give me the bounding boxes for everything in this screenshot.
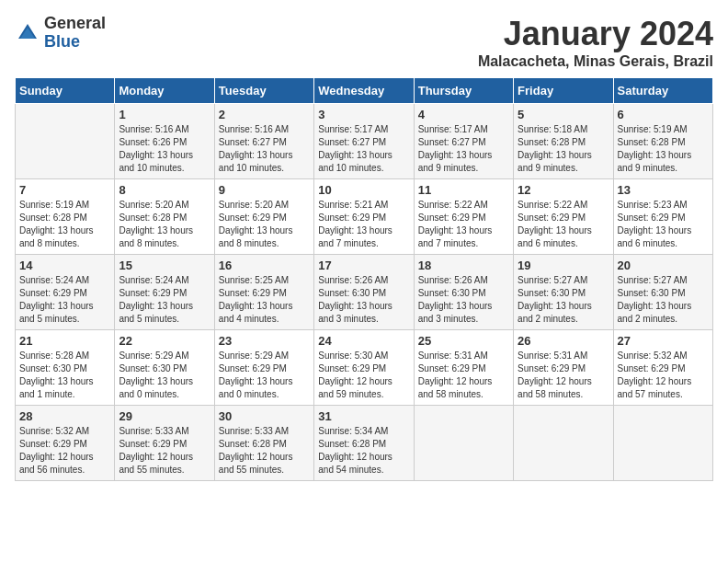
calendar-cell: 15Sunrise: 5:24 AM Sunset: 6:29 PM Dayli… bbox=[115, 255, 214, 330]
day-info: Sunrise: 5:26 AM Sunset: 6:30 PM Dayligh… bbox=[418, 274, 509, 326]
day-info: Sunrise: 5:30 AM Sunset: 6:29 PM Dayligh… bbox=[318, 350, 409, 401]
day-info: Sunrise: 5:24 AM Sunset: 6:29 PM Dayligh… bbox=[119, 274, 210, 326]
month-title: January 2024 bbox=[478, 15, 713, 53]
day-number: 28 bbox=[19, 409, 110, 423]
calendar-cell bbox=[613, 406, 712, 481]
calendar-cell: 23Sunrise: 5:29 AM Sunset: 6:29 PM Dayli… bbox=[214, 330, 313, 406]
day-number: 6 bbox=[618, 108, 709, 121]
header-day-sunday: Sunday bbox=[16, 78, 115, 104]
day-number: 27 bbox=[618, 334, 709, 348]
day-number: 16 bbox=[219, 259, 310, 272]
calendar-cell bbox=[414, 406, 513, 481]
logo-text: General Blue bbox=[44, 15, 106, 52]
day-number: 4 bbox=[418, 108, 509, 121]
day-info: Sunrise: 5:18 AM Sunset: 6:28 PM Dayligh… bbox=[518, 123, 609, 175]
day-info: Sunrise: 5:27 AM Sunset: 6:30 PM Dayligh… bbox=[518, 274, 609, 326]
day-number: 26 bbox=[518, 334, 609, 348]
calendar-cell: 9Sunrise: 5:20 AM Sunset: 6:29 PM Daylig… bbox=[214, 179, 313, 255]
calendar-cell: 16Sunrise: 5:25 AM Sunset: 6:29 PM Dayli… bbox=[214, 255, 313, 330]
day-number: 25 bbox=[418, 334, 509, 348]
day-info: Sunrise: 5:20 AM Sunset: 6:28 PM Dayligh… bbox=[119, 199, 210, 250]
day-info: Sunrise: 5:33 AM Sunset: 6:28 PM Dayligh… bbox=[219, 425, 310, 477]
calendar-table: SundayMondayTuesdayWednesdayThursdayFrid… bbox=[15, 77, 713, 481]
day-info: Sunrise: 5:19 AM Sunset: 6:28 PM Dayligh… bbox=[19, 199, 110, 250]
day-number: 22 bbox=[119, 334, 210, 348]
day-number: 15 bbox=[119, 259, 210, 272]
day-info: Sunrise: 5:29 AM Sunset: 6:30 PM Dayligh… bbox=[119, 350, 210, 401]
day-number: 5 bbox=[518, 108, 609, 121]
calendar-cell: 27Sunrise: 5:32 AM Sunset: 6:29 PM Dayli… bbox=[613, 330, 712, 406]
day-number: 13 bbox=[618, 183, 709, 197]
calendar-cell: 22Sunrise: 5:29 AM Sunset: 6:30 PM Dayli… bbox=[115, 330, 214, 406]
day-number: 7 bbox=[19, 183, 110, 197]
calendar-cell: 4Sunrise: 5:17 AM Sunset: 6:27 PM Daylig… bbox=[414, 104, 513, 179]
logo-blue: Blue bbox=[44, 32, 80, 51]
week-row: 21Sunrise: 5:28 AM Sunset: 6:30 PM Dayli… bbox=[16, 330, 713, 406]
header-row: SundayMondayTuesdayWednesdayThursdayFrid… bbox=[16, 78, 713, 104]
calendar-body: 1Sunrise: 5:16 AM Sunset: 6:26 PM Daylig… bbox=[16, 104, 713, 481]
header-day-friday: Friday bbox=[514, 78, 613, 104]
calendar-cell: 30Sunrise: 5:33 AM Sunset: 6:28 PM Dayli… bbox=[214, 406, 313, 481]
calendar-cell: 8Sunrise: 5:20 AM Sunset: 6:28 PM Daylig… bbox=[115, 179, 214, 255]
day-number: 29 bbox=[119, 409, 210, 423]
calendar-cell: 26Sunrise: 5:31 AM Sunset: 6:29 PM Dayli… bbox=[514, 330, 613, 406]
day-info: Sunrise: 5:29 AM Sunset: 6:29 PM Dayligh… bbox=[219, 350, 310, 401]
day-info: Sunrise: 5:16 AM Sunset: 6:27 PM Dayligh… bbox=[219, 123, 310, 175]
day-info: Sunrise: 5:31 AM Sunset: 6:29 PM Dayligh… bbox=[418, 350, 509, 401]
calendar-cell: 24Sunrise: 5:30 AM Sunset: 6:29 PM Dayli… bbox=[314, 330, 414, 406]
day-number: 1 bbox=[119, 108, 210, 121]
day-number: 30 bbox=[219, 409, 310, 423]
calendar-cell bbox=[514, 406, 613, 481]
day-number: 12 bbox=[518, 183, 609, 197]
logo: General Blue bbox=[15, 15, 106, 52]
week-row: 28Sunrise: 5:32 AM Sunset: 6:29 PM Dayli… bbox=[16, 406, 713, 481]
day-number: 11 bbox=[418, 183, 509, 197]
header-day-tuesday: Tuesday bbox=[214, 78, 313, 104]
subtitle: Malacacheta, Minas Gerais, Brazil bbox=[478, 53, 713, 70]
calendar-cell: 6Sunrise: 5:19 AM Sunset: 6:28 PM Daylig… bbox=[613, 104, 712, 179]
header-day-thursday: Thursday bbox=[414, 78, 513, 104]
calendar-cell: 14Sunrise: 5:24 AM Sunset: 6:29 PM Dayli… bbox=[16, 255, 115, 330]
day-number: 21 bbox=[19, 334, 110, 348]
day-info: Sunrise: 5:26 AM Sunset: 6:30 PM Dayligh… bbox=[318, 274, 409, 326]
week-row: 14Sunrise: 5:24 AM Sunset: 6:29 PM Dayli… bbox=[16, 255, 713, 330]
calendar-cell: 20Sunrise: 5:27 AM Sunset: 6:30 PM Dayli… bbox=[613, 255, 712, 330]
calendar-cell: 2Sunrise: 5:16 AM Sunset: 6:27 PM Daylig… bbox=[214, 104, 313, 179]
day-number: 20 bbox=[618, 259, 709, 272]
calendar-cell: 29Sunrise: 5:33 AM Sunset: 6:29 PM Dayli… bbox=[115, 406, 214, 481]
day-info: Sunrise: 5:17 AM Sunset: 6:27 PM Dayligh… bbox=[418, 123, 509, 175]
week-row: 7Sunrise: 5:19 AM Sunset: 6:28 PM Daylig… bbox=[16, 179, 713, 255]
header-day-monday: Monday bbox=[115, 78, 214, 104]
day-info: Sunrise: 5:23 AM Sunset: 6:29 PM Dayligh… bbox=[618, 199, 709, 250]
calendar-cell: 11Sunrise: 5:22 AM Sunset: 6:29 PM Dayli… bbox=[414, 179, 513, 255]
day-info: Sunrise: 5:20 AM Sunset: 6:29 PM Dayligh… bbox=[219, 199, 310, 250]
day-info: Sunrise: 5:25 AM Sunset: 6:29 PM Dayligh… bbox=[219, 274, 310, 326]
day-info: Sunrise: 5:22 AM Sunset: 6:29 PM Dayligh… bbox=[418, 199, 509, 250]
day-number: 31 bbox=[318, 409, 409, 423]
day-number: 17 bbox=[318, 259, 409, 272]
day-number: 18 bbox=[418, 259, 509, 272]
day-info: Sunrise: 5:28 AM Sunset: 6:30 PM Dayligh… bbox=[19, 350, 110, 401]
day-info: Sunrise: 5:24 AM Sunset: 6:29 PM Dayligh… bbox=[19, 274, 110, 326]
calendar-cell: 1Sunrise: 5:16 AM Sunset: 6:26 PM Daylig… bbox=[115, 104, 214, 179]
header: General Blue January 2024 Malacacheta, M… bbox=[15, 15, 713, 70]
calendar-cell: 31Sunrise: 5:34 AM Sunset: 6:28 PM Dayli… bbox=[314, 406, 414, 481]
logo-icon bbox=[15, 20, 40, 46]
calendar-cell: 25Sunrise: 5:31 AM Sunset: 6:29 PM Dayli… bbox=[414, 330, 513, 406]
logo-general: General bbox=[44, 14, 106, 32]
day-number: 24 bbox=[318, 334, 409, 348]
day-info: Sunrise: 5:27 AM Sunset: 6:30 PM Dayligh… bbox=[618, 274, 709, 326]
day-number: 9 bbox=[219, 183, 310, 197]
day-info: Sunrise: 5:32 AM Sunset: 6:29 PM Dayligh… bbox=[618, 350, 709, 401]
calendar-cell bbox=[16, 104, 115, 179]
day-info: Sunrise: 5:33 AM Sunset: 6:29 PM Dayligh… bbox=[119, 425, 210, 477]
day-info: Sunrise: 5:31 AM Sunset: 6:29 PM Dayligh… bbox=[518, 350, 609, 401]
week-row: 1Sunrise: 5:16 AM Sunset: 6:26 PM Daylig… bbox=[16, 104, 713, 179]
calendar-cell: 13Sunrise: 5:23 AM Sunset: 6:29 PM Dayli… bbox=[613, 179, 712, 255]
calendar-cell: 5Sunrise: 5:18 AM Sunset: 6:28 PM Daylig… bbox=[514, 104, 613, 179]
day-number: 3 bbox=[318, 108, 409, 121]
calendar-cell: 19Sunrise: 5:27 AM Sunset: 6:30 PM Dayli… bbox=[514, 255, 613, 330]
day-number: 19 bbox=[518, 259, 609, 272]
calendar-cell: 10Sunrise: 5:21 AM Sunset: 6:29 PM Dayli… bbox=[314, 179, 414, 255]
calendar-cell: 21Sunrise: 5:28 AM Sunset: 6:30 PM Dayli… bbox=[16, 330, 115, 406]
